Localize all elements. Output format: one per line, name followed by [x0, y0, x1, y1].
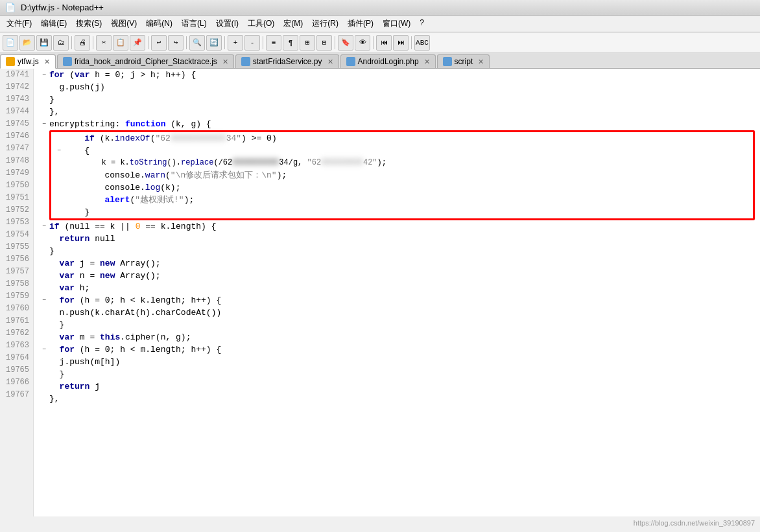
tabs-bar: ytfw.js ✕ frida_hook_android_Cipher_Stac… [0, 53, 760, 69]
tab-start[interactable]: startFridaService.py ✕ [235, 54, 339, 68]
btn5[interactable]: 🔖 [338, 35, 353, 51]
zoom-in-button[interactable]: + [228, 35, 243, 51]
tab-ytfw-label: ytfw.js [18, 57, 39, 66]
tab-ytfw-close[interactable]: ✕ [44, 58, 50, 66]
code-line-19755: } [39, 245, 755, 257]
fold-19756 [39, 257, 49, 270]
print-button[interactable]: 🖨 [75, 35, 90, 51]
find-button[interactable]: 🔍 [189, 35, 205, 51]
fold-19745[interactable]: − [39, 118, 49, 130]
fold-19760 [39, 306, 49, 319]
code-line-19742: g.push(j) [39, 81, 755, 93]
tab-frida-close[interactable]: ✕ [222, 58, 228, 66]
save-all-button[interactable]: 🗂 [53, 35, 69, 51]
fold-19749 [54, 169, 64, 181]
tab-frida-label: frida_hook_android_Cipher_Stacktrace.js [75, 57, 217, 66]
btn3[interactable]: ⊞ [300, 35, 315, 51]
code-line-19741: − for (var h = 0; j > h; h++) { [39, 69, 755, 81]
tab-ytfw[interactable]: ytfw.js ✕ [0, 54, 56, 69]
sep1 [71, 36, 72, 49]
code-line-19749: console.warn("\n修改后请求包如下：\n"); [54, 169, 750, 181]
fold-19765 [39, 368, 49, 380]
find-replace-button[interactable]: 🔄 [206, 35, 222, 51]
menu-encode[interactable]: 编码(N) [142, 17, 176, 30]
sep2 [93, 36, 93, 49]
fold-19759[interactable]: − [39, 294, 49, 306]
redo-button[interactable]: ↪ [168, 35, 184, 51]
editor-area: 19741 19742 19743 19744 19745 19746 1974… [0, 69, 760, 516]
menu-macro[interactable]: 宏(M) [279, 17, 307, 30]
sep7 [335, 36, 335, 49]
cut-button[interactable]: ✂ [96, 35, 112, 51]
menu-tools[interactable]: 工具(O) [244, 17, 278, 30]
fold-19744 [39, 106, 49, 118]
btn9[interactable]: ABC [414, 35, 430, 51]
menu-bar: 文件(F) 编辑(E) 搜索(S) 视图(V) 编码(N) 语言(L) 设置(I… [0, 16, 760, 32]
code-line-19760: n.push(k.charAt(h).charCodeAt()) [39, 306, 755, 319]
sep3 [148, 36, 148, 49]
fold-19753[interactable]: − [39, 220, 49, 233]
tab-android[interactable]: AndroidLogin.php ✕ [340, 54, 436, 68]
menu-view[interactable]: 视图(V) [107, 17, 141, 30]
menu-help[interactable]: ? [416, 17, 428, 30]
tab-script-close[interactable]: ✕ [478, 58, 484, 66]
tab-start-icon [241, 57, 250, 66]
tab-android-icon [346, 57, 355, 66]
copy-button[interactable]: 📋 [113, 35, 128, 51]
fold-19757 [39, 270, 49, 282]
paste-button[interactable]: 📌 [130, 35, 145, 51]
code-line-19747: − { [54, 145, 750, 157]
menu-plugins[interactable]: 插件(P) [344, 17, 377, 30]
btn2[interactable]: ¶ [283, 35, 298, 51]
zoom-out-button[interactable]: - [244, 35, 260, 51]
btn4[interactable]: ⊟ [316, 35, 332, 51]
fold-19741[interactable]: − [39, 69, 49, 81]
menu-lang[interactable]: 语言(L) [178, 17, 211, 30]
new-button[interactable]: 📄 [3, 35, 18, 51]
menu-search[interactable]: 搜索(S) [72, 17, 106, 30]
menu-window[interactable]: 窗口(W) [379, 17, 414, 30]
fold-19747[interactable]: − [54, 145, 64, 157]
btn1[interactable]: ≡ [266, 35, 281, 51]
btn8[interactable]: ⏭ [393, 35, 409, 51]
undo-button[interactable]: ↩ [151, 35, 167, 51]
tab-script-label: script [455, 57, 473, 66]
sep9 [411, 36, 412, 49]
code-line-19751: alert("越权测试!"); [54, 194, 750, 206]
btn7[interactable]: ⏮ [376, 35, 392, 51]
tab-ytfw-icon [6, 57, 15, 66]
tab-frida[interactable]: frida_hook_android_Cipher_Stacktrace.js … [57, 54, 234, 68]
fold-19761 [39, 319, 49, 331]
code-line-19762: var m = this.cipher(n, g); [39, 331, 755, 343]
sep5 [224, 36, 225, 49]
menu-run[interactable]: 运行(R) [308, 17, 342, 30]
open-button[interactable]: 📂 [19, 35, 35, 51]
fold-19750 [54, 181, 64, 194]
tab-start-label: startFridaService.py [253, 57, 322, 66]
code-line-19756: var j = new Array(); [39, 257, 755, 270]
code-line-19763: − for (h = 0; h < m.length; h++) { [39, 343, 755, 356]
btn6[interactable]: 👁 [355, 35, 370, 51]
code-line-19748: k = k.toString().replace(/62XXXXXXXXXX34… [54, 157, 750, 169]
code-content[interactable]: − for (var h = 0; j > h; h++) { g.push(j… [34, 69, 760, 516]
menu-edit[interactable]: 编辑(E) [37, 17, 71, 30]
tab-script-icon [443, 57, 452, 66]
menu-file[interactable]: 文件(F) [3, 17, 36, 30]
code-line-19745: − encryptstring: function (k, g) { [39, 118, 755, 130]
fold-19743 [39, 93, 49, 106]
tab-frida-icon [63, 57, 72, 66]
save-button[interactable]: 💾 [36, 35, 52, 51]
fold-19754 [39, 233, 49, 245]
tab-android-close[interactable]: ✕ [424, 58, 430, 66]
code-line-19743: } [39, 93, 755, 106]
code-line-19753: − if (null == k || 0 == k.length) { [39, 220, 755, 233]
menu-settings[interactable]: 设置(I) [212, 17, 243, 30]
code-line-19754: return null [39, 233, 755, 245]
fold-19751 [54, 194, 64, 206]
code-line-19761: } [39, 319, 755, 331]
fold-19763[interactable]: − [39, 343, 49, 356]
code-line-19764: j.push(m[h]) [39, 356, 755, 368]
tab-start-close[interactable]: ✕ [327, 58, 333, 66]
tab-script[interactable]: script ✕ [437, 54, 490, 68]
highlight-red-box: if (k.indexOf("62XXXXXXXXXXX34") >= 0) −… [49, 130, 755, 220]
